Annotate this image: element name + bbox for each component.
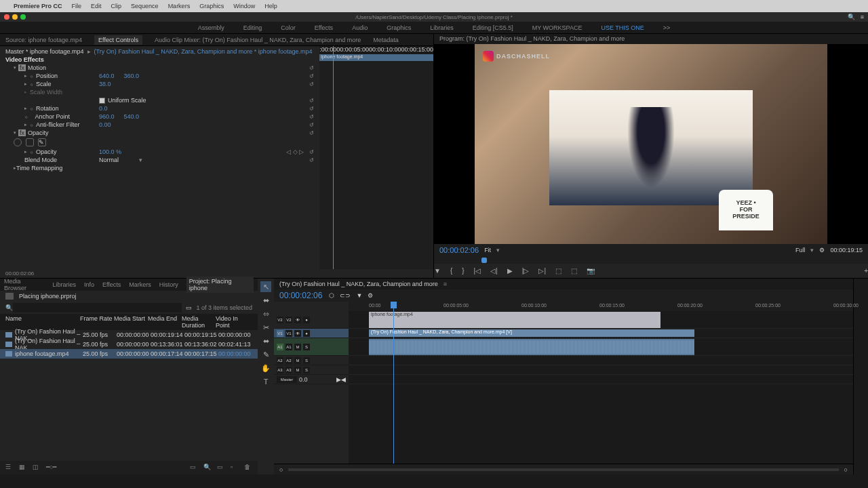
icon-view-icon[interactable]: ▦ <box>19 464 27 472</box>
col-framerate[interactable]: Frame Rate <box>80 315 114 329</box>
col-start[interactable]: Media Start <box>114 315 148 329</box>
zoom-out-icon[interactable]: ○ <box>279 466 283 473</box>
reset-icon[interactable]: ↺ <box>309 98 314 104</box>
anchor-x-value[interactable]: 960.0 <box>99 113 115 120</box>
timeline-clip-v2[interactable]: iphone footage.mp4 <box>369 312 660 328</box>
ws-color[interactable]: Color <box>281 24 296 31</box>
settings-icon[interactable]: ⚙ <box>819 247 825 253</box>
timeline-timecode[interactable]: 00:00:02:06 <box>279 291 322 300</box>
ws-assembly[interactable]: Assembly <box>198 24 224 31</box>
minimize-window-icon[interactable] <box>12 14 18 20</box>
reset-icon[interactable]: ↺ <box>309 106 314 112</box>
step-back-icon[interactable]: ◁| <box>490 267 498 274</box>
pen-mask-icon[interactable]: ✎ <box>38 138 46 146</box>
twirl-icon[interactable]: ▸ <box>24 106 27 111</box>
tab-media-browser[interactable]: Media Browser <box>4 278 44 291</box>
mark-in-icon[interactable]: { <box>450 267 452 274</box>
ws-overflow-icon[interactable]: >> <box>663 24 671 31</box>
pen-tool-icon[interactable]: ✎ <box>260 349 271 360</box>
twirl-icon[interactable]: ▸ <box>24 149 27 155</box>
program-title[interactable]: Program: (Try On) Fashion Haul _ NAKD, Z… <box>434 34 868 44</box>
menu-help[interactable]: Help <box>264 3 277 9</box>
reset-icon[interactable]: ↺ <box>309 157 314 163</box>
program-timecode[interactable]: 00:00:02:06 <box>439 246 479 254</box>
export-frame-icon[interactable]: 📷 <box>587 267 595 274</box>
freeform-view-icon[interactable]: ◫ <box>33 464 41 472</box>
type-tool-icon[interactable]: T <box>260 376 271 387</box>
ws-effects[interactable]: Effects <box>315 24 333 31</box>
col-end[interactable]: Media End <box>148 315 182 329</box>
auto-sequence-icon[interactable]: ▭ <box>190 464 198 472</box>
filter-bin-icon[interactable]: ▭ <box>186 304 192 311</box>
twirl-icon[interactable]: ▸ <box>24 122 27 127</box>
menu-edit[interactable]: Edit <box>91 3 102 9</box>
project-item[interactable]: (Try On) Fashion Haul _ NAK...25.00 fps0… <box>0 340 258 349</box>
timeline-playhead[interactable] <box>393 302 394 464</box>
tab-audio-mixer[interactable]: Audio Clip Mixer: (Try On) Fashion Haul … <box>155 37 361 43</box>
mini-clip-bar[interactable]: iphone footage.mp4 <box>319 54 433 61</box>
col-vin[interactable]: Video In Point <box>216 315 250 329</box>
button-editor-icon[interactable]: + <box>864 267 868 274</box>
rotation-value[interactable]: 0.0 <box>99 105 108 112</box>
add-marker-icon[interactable]: ▼ <box>356 292 362 299</box>
menu-window[interactable]: Window <box>233 3 255 9</box>
track-select-tool-icon[interactable]: ⬌ <box>260 295 271 306</box>
twirl-icon[interactable]: ▸ <box>24 73 27 79</box>
track-toggle[interactable]: A2 <box>285 357 292 364</box>
tab-info[interactable]: Info <box>84 281 94 288</box>
tab-effects-panel[interactable]: Effects <box>102 281 121 288</box>
ws-use-this-one[interactable]: USE THIS ONE <box>601 24 644 31</box>
search-icon[interactable]: 🔍 <box>848 14 855 20</box>
twirl-icon[interactable]: ▾ <box>14 130 16 136</box>
tab-metadata[interactable]: Metadata <box>373 37 399 43</box>
ws-libraries[interactable]: Libraries <box>430 24 454 31</box>
zoom-slider[interactable]: ━○━ <box>46 464 54 472</box>
tab-history[interactable]: History <box>159 281 178 288</box>
lift-icon[interactable]: ⬚ <box>555 267 561 274</box>
reset-icon[interactable]: ↺ <box>309 130 314 136</box>
reset-icon[interactable]: ↺ <box>309 81 314 87</box>
tab-libraries[interactable]: Libraries <box>52 281 76 288</box>
timeline-clip-a1[interactable] <box>369 339 694 355</box>
reset-icon[interactable]: ↺ <box>309 65 314 71</box>
col-duration[interactable]: Media Duration <box>182 315 216 329</box>
scrub-playhead[interactable] <box>481 258 487 263</box>
audio-meter[interactable] <box>853 279 868 474</box>
mark-out-icon[interactable]: } <box>462 267 464 274</box>
hand-tool-icon[interactable]: ✋ <box>260 363 271 373</box>
list-view-icon[interactable]: ☰ <box>5 464 14 472</box>
rect-mask-icon[interactable] <box>26 138 34 146</box>
settings-icon[interactable]: ⚙ <box>368 292 373 299</box>
tab-effect-controls[interactable]: Effect Controls <box>94 35 142 45</box>
close-window-icon[interactable] <box>4 14 9 20</box>
mini-playhead[interactable] <box>333 46 334 269</box>
track-toggle[interactable]: A3 <box>285 367 292 373</box>
go-to-in-icon[interactable]: |◁ <box>474 267 481 274</box>
new-bin-icon[interactable]: ▭ <box>217 464 225 472</box>
reset-icon[interactable]: ↺ <box>309 114 314 120</box>
opacity-effect[interactable]: Opacity <box>28 129 49 136</box>
menu-sequence[interactable]: Sequence <box>131 3 159 9</box>
menu-markers[interactable]: Markers <box>168 3 191 9</box>
panel-menu-icon[interactable]: ≡ <box>861 14 864 20</box>
track-toggle[interactable]: A1 <box>285 344 292 350</box>
ws-my[interactable]: MY WORKSPACE <box>532 24 583 31</box>
ws-graphics[interactable]: Graphics <box>387 24 411 31</box>
timeline-tracks-area[interactable]: 00:00 00:00:05:00 00:00:10:00 00:00:15:0… <box>349 302 853 464</box>
reset-icon[interactable]: ↺ <box>309 73 314 79</box>
blend-mode-dropdown[interactable]: Normal <box>99 157 119 163</box>
opacity-value[interactable]: 100.0 % <box>99 148 121 155</box>
ws-editing[interactable]: Editing <box>243 24 262 31</box>
time-remap-label[interactable]: Time Remapping <box>16 165 62 171</box>
menu-file[interactable]: File <box>72 3 82 9</box>
new-item-icon[interactable]: ▫ <box>231 464 239 472</box>
search-icon[interactable]: 🔍 <box>5 304 13 311</box>
slip-tool-icon[interactable]: ⬌ <box>260 336 271 346</box>
scale-value[interactable]: 38.0 <box>99 81 111 87</box>
add-marker-icon[interactable]: ▼ <box>434 267 441 274</box>
menu-clip[interactable]: Clip <box>111 3 122 9</box>
col-name[interactable]: Name <box>5 315 80 329</box>
razor-tool-icon[interactable]: ✂ <box>260 322 271 333</box>
twirl-icon[interactable]: ▸ <box>24 81 27 87</box>
program-monitor[interactable]: DASCHASHELL YEEZ • FOR PRESIDE <box>434 44 868 244</box>
